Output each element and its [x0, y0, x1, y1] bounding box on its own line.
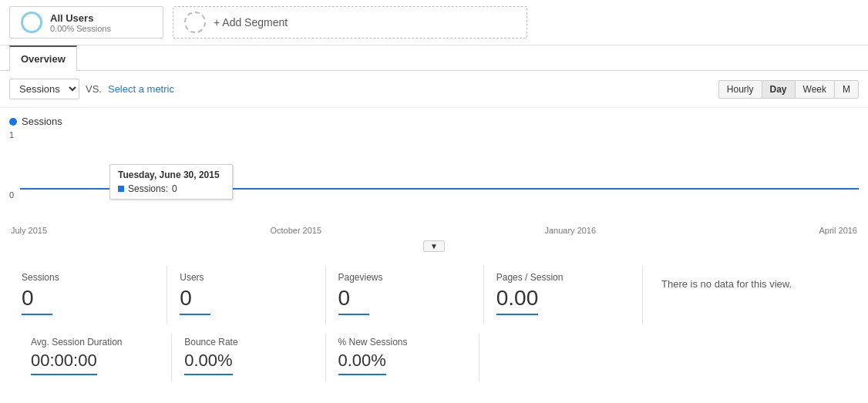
metrics-row1-grid: Sessions 0 Users 0 Pageviews 0 Pages / S… — [9, 266, 643, 324]
x-label-january: January 2016 — [544, 226, 596, 235]
metric-selector[interactable]: Sessions — [9, 79, 79, 99]
pageviews-label: Pageviews — [338, 272, 471, 283]
metrics-row2-grid: Avg. Session Duration 00:00:00 Bounce Ra… — [9, 324, 643, 381]
bounce-rate-label: Bounce Rate — [184, 337, 312, 348]
week-button[interactable]: Week — [796, 80, 835, 99]
segment-bar: All Users 0.00% Sessions + Add Segment — [0, 0, 868, 45]
tooltip-dot-icon — [118, 186, 124, 192]
all-users-name: All Users — [50, 12, 111, 24]
x-label-april: April 2016 — [819, 226, 857, 235]
tooltip-sessions-value: 0 — [172, 183, 177, 194]
add-segment-box[interactable]: + Add Segment — [173, 6, 527, 39]
tooltip-date: Tuesday, June 30, 2015 — [118, 170, 224, 180]
vs-label: VS. — [86, 83, 102, 95]
bounce-rate-value: 0.00% — [184, 351, 232, 375]
all-users-circle-icon — [21, 12, 42, 33]
chart-legend: Sessions — [9, 116, 859, 127]
no-data-text: There is no data for this view. — [661, 278, 792, 290]
scroll-button[interactable]: ▼ — [423, 240, 445, 252]
metrics-left: Sessions 0 Users 0 Pageviews 0 Pages / S… — [9, 266, 643, 381]
tooltip-sessions: Sessions: 0 — [118, 183, 224, 194]
sessions-label: Sessions — [22, 272, 154, 283]
metrics-section: Sessions 0 Users 0 Pageviews 0 Pages / S… — [0, 254, 868, 381]
new-sessions-value: 0.00% — [338, 351, 386, 375]
avg-session-value: 00:00:00 — [31, 351, 97, 375]
month-button[interactable]: M — [835, 80, 859, 99]
add-segment-label: + Add Segment — [214, 16, 288, 29]
x-axis: July 2015 October 2015 January 2016 Apri… — [0, 223, 868, 238]
tabs-bar: Overview — [0, 45, 868, 71]
time-buttons-group: Hourly Day Week M — [718, 80, 859, 99]
pages-per-session-value: 0.00 — [496, 286, 539, 315]
chart-area: Sessions 1 0 Tuesday, June 30, 2015 Sess… — [0, 108, 868, 223]
metric-avg-session: Avg. Session Duration 00:00:00 — [19, 334, 172, 381]
metric-users: Users 0 — [167, 266, 325, 324]
avg-session-label: Avg. Session Duration — [31, 337, 159, 348]
sessions-legend-label: Sessions — [22, 116, 62, 127]
new-sessions-label: % New Sessions — [338, 337, 466, 348]
metric-bounce-rate: Bounce Rate 0.00% — [172, 334, 325, 381]
metric-empty — [479, 334, 633, 381]
chart-container[interactable]: 1 0 Tuesday, June 30, 2015 Sessions: 0 — [9, 130, 859, 223]
all-users-segment[interactable]: All Users 0.00% Sessions — [9, 6, 163, 39]
chart-tooltip: Tuesday, June 30, 2015 Sessions: 0 — [109, 164, 233, 200]
select-metric-link[interactable]: Select a metric — [108, 83, 174, 95]
sessions-legend-dot — [9, 118, 17, 126]
scroll-indicator: ▼ — [0, 238, 868, 254]
users-label: Users — [180, 272, 312, 283]
toolbar: Sessions VS. Select a metric Hourly Day … — [0, 71, 868, 108]
hourly-button[interactable]: Hourly — [718, 80, 762, 99]
pageviews-value: 0 — [338, 286, 369, 315]
x-label-july: July 2015 — [11, 226, 47, 235]
metric-sessions: Sessions 0 — [9, 266, 167, 324]
metric-pages-per-session: Pages / Session 0.00 — [484, 266, 642, 324]
y-axis-max: 1 — [9, 130, 14, 139]
pages-per-session-label: Pages / Session — [496, 272, 630, 283]
x-label-october: October 2015 — [270, 226, 321, 235]
add-segment-circle-icon — [184, 12, 206, 33]
no-data-area: There is no data for this view. — [643, 266, 859, 381]
all-users-sessions: 0.00% Sessions — [50, 24, 111, 33]
sessions-value: 0 — [22, 286, 52, 315]
y-axis-min: 0 — [9, 190, 14, 200]
users-value: 0 — [180, 286, 210, 315]
metric-pageviews: Pageviews 0 — [326, 266, 484, 324]
tooltip-sessions-label: Sessions: — [128, 183, 168, 194]
metric-new-sessions: % New Sessions 0.00% — [326, 334, 479, 381]
day-button[interactable]: Day — [762, 80, 796, 99]
tab-overview[interactable]: Overview — [9, 45, 77, 71]
